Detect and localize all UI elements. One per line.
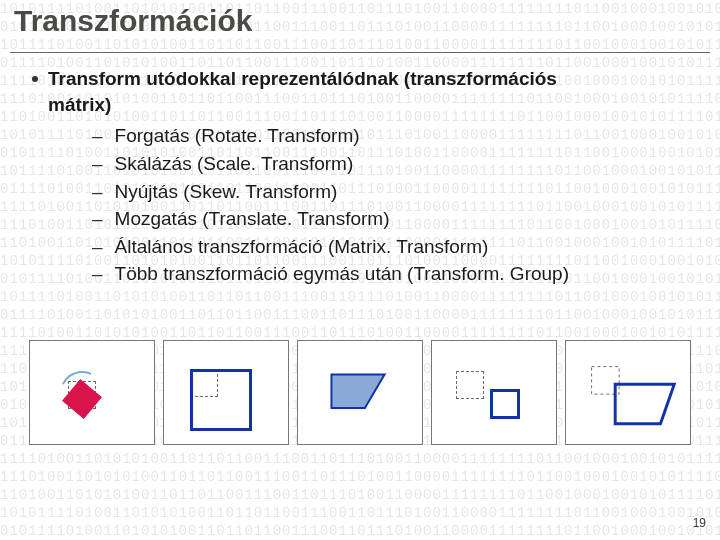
scaled-square-icon: [190, 369, 252, 431]
skew-figure-icon: [298, 341, 422, 444]
title-divider: [10, 52, 710, 53]
thumb-group: [565, 340, 691, 445]
sub-bullet-text: Több transzformáció egymás után (Transfo…: [115, 261, 569, 287]
thumb-rotate: [29, 340, 155, 445]
group-figure-icon: [566, 341, 690, 444]
sub-bullet-item: –Nyújtás (Skew. Transform): [92, 179, 700, 205]
dash-icon: –: [92, 123, 103, 149]
thumb-scale: [163, 340, 289, 445]
sub-bullet-item: –Több transzformáció egymás után (Transf…: [92, 261, 700, 287]
page-number: 19: [693, 516, 706, 530]
sub-bullet-text: Általános transzformáció (Matrix. Transf…: [115, 234, 489, 260]
thumb-translate: [431, 340, 557, 445]
content-area: Transform utódokkal reprezentálódnak (tr…: [32, 66, 700, 289]
translated-square-icon: [490, 389, 520, 419]
sub-bullet-text: Forgatás (Rotate. Transform): [115, 123, 360, 149]
sub-bullet-text: Skálázás (Scale. Transform): [115, 151, 354, 177]
sub-bullet-item: –Forgatás (Rotate. Transform): [92, 123, 700, 149]
sub-bullet-text: Mozgatás (Translate. Transform): [115, 206, 390, 232]
dash-icon: –: [92, 151, 103, 177]
sub-bullet-item: –Mozgatás (Translate. Transform): [92, 206, 700, 232]
bullet-text-line2: mátrix): [48, 94, 111, 115]
bullet-dot-icon: [32, 76, 38, 82]
sub-bullet-item: –Általános transzformáció (Matrix. Trans…: [92, 234, 700, 260]
dash-icon: –: [92, 234, 103, 260]
dash-icon: –: [92, 261, 103, 287]
dash-icon: –: [92, 179, 103, 205]
bullet-text-line1: Transform utódokkal reprezentálódnak (tr…: [48, 68, 557, 89]
sub-bullet-text: Nyújtás (Skew. Transform): [115, 179, 338, 205]
original-square-icon: [456, 371, 484, 399]
page-title: Transzformációk: [14, 4, 252, 38]
thumb-skew: [297, 340, 423, 445]
thumbnail-row: [18, 340, 702, 445]
bullet-level1: Transform utódokkal reprezentálódnak (tr…: [32, 66, 700, 117]
sub-bullet-item: –Skálázás (Scale. Transform): [92, 151, 700, 177]
dash-icon: –: [92, 206, 103, 232]
svg-marker-1: [331, 374, 384, 407]
svg-marker-3: [615, 384, 674, 423]
slide: 1010111101001101010100110110110011100110…: [0, 0, 720, 540]
sub-bullet-list: –Forgatás (Rotate. Transform)–Skálázás (…: [92, 123, 700, 287]
